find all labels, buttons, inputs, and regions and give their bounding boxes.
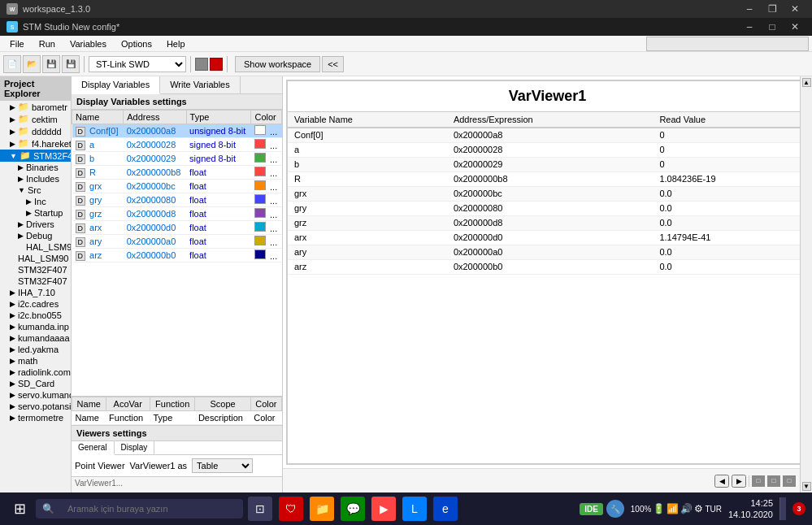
nav-right-btn[interactable]: ▶: [732, 475, 746, 488]
scroll-up-btn[interactable]: ▲: [802, 78, 811, 87]
sidebar-item-i2cbno[interactable]: ▶ i2c.bno055: [0, 310, 71, 321]
variable-row[interactable]: D gry 0x20000080 float ...: [72, 193, 282, 207]
viewer-btn2[interactable]: □: [767, 475, 780, 487]
var-type-cell: signed 8-bit: [186, 138, 251, 152]
settings-tab-general[interactable]: General: [72, 441, 115, 455]
viewer-varname: grz: [288, 215, 447, 230]
menu-run[interactable]: Run: [33, 37, 62, 50]
start-button[interactable]: ⊞: [7, 496, 33, 522]
taskbar-app-youtube[interactable]: ▶: [371, 497, 396, 521]
saveas-btn[interactable]: 💾: [62, 55, 80, 73]
close-btn[interactable]: ✕: [784, 18, 805, 36]
chevron-right-icon: ▶: [10, 414, 15, 422]
menu-file[interactable]: File: [3, 37, 31, 50]
sidebar-item-stm32f2[interactable]: STM32F407: [0, 276, 71, 287]
sidebar-item-hal2[interactable]: HAL_LSM90: [0, 253, 71, 264]
maximize-btn[interactable]: □: [762, 18, 783, 36]
sidebar-item-f4hareket[interactable]: ▶ 📁 f4.hareket: [0, 137, 71, 150]
project-icon: 📁: [20, 150, 31, 161]
sidebar-item-math[interactable]: ▶ math: [0, 355, 71, 367]
sidebar-item-inc[interactable]: ▶ Inc: [0, 196, 71, 207]
sidebar-item-binaries[interactable]: ▶ Binaries: [0, 162, 71, 173]
taskbar-app-malware[interactable]: 🛡: [279, 497, 303, 521]
workspace-minimize-btn[interactable]: –: [739, 0, 760, 18]
collapse-btn[interactable]: <<: [322, 56, 344, 72]
taskbar-search-container[interactable]: 🔍: [36, 499, 243, 518]
variable-row[interactable]: D arz 0x200000b0 float ...: [72, 249, 282, 262]
variable-row[interactable]: D Conf[0] 0x200000a8 unsigned 8-bit ...: [72, 124, 282, 138]
sidebar-item-barometr[interactable]: ▶ 📁 barometr: [0, 101, 71, 113]
sidebar-item-stm32f1[interactable]: STM32F407: [0, 264, 71, 276]
sidebar-item-stm32[interactable]: ▼ 📁 STM32F4DS: [0, 150, 71, 162]
chevron-right-icon: ▶: [10, 140, 15, 148]
menu-help[interactable]: Help: [160, 37, 192, 50]
sidebar-item-kumandaaaa[interactable]: ▶ kumandaaaa: [0, 332, 71, 344]
taskbar-app-edge[interactable]: e: [433, 497, 458, 521]
tab-write-variables[interactable]: Write Variables: [160, 76, 241, 93]
viewer-address: 0x200000d0: [447, 230, 654, 245]
sidebar-item-drivers[interactable]: ▶ Drivers: [0, 219, 71, 230]
sidebar-item-src[interactable]: ▼ Src: [0, 184, 71, 196]
sidebar-item-sdcard[interactable]: ▶ SD_Card: [0, 378, 71, 389]
record-btn[interactable]: [210, 58, 223, 71]
variable-row[interactable]: D arx 0x200000d0 float ...: [72, 221, 282, 235]
sidebar-item-startup[interactable]: ▶ Startup: [0, 207, 71, 219]
new-btn[interactable]: 📄: [3, 55, 21, 73]
sidebar-item-i2ccadres[interactable]: ▶ i2c.cadres: [0, 298, 71, 310]
sidebar-item-led[interactable]: ▶ led.yakma: [0, 344, 71, 355]
app-circle-icon[interactable]: 🔧: [606, 500, 624, 518]
sidebar-item-dddddd[interactable]: ▶ 📁 dddddd: [0, 125, 71, 137]
menu-options[interactable]: Options: [115, 37, 158, 50]
display-type-select[interactable]: Table Chart Histogram: [192, 458, 253, 473]
color-swatch: [254, 180, 266, 190]
save-btn[interactable]: 💾: [42, 55, 60, 73]
variable-table-container[interactable]: Name Address Type Color D Conf[0] 0x2000…: [72, 110, 282, 396]
stlink-dropdown[interactable]: ST-Link SWD: [89, 56, 186, 72]
workspace-restore-btn[interactable]: ❐: [762, 0, 783, 18]
sidebar-item-servopotansi[interactable]: ▶ servo.potansi: [0, 401, 71, 412]
project-icon: 📁: [18, 114, 29, 124]
ide-btn[interactable]: IDE: [580, 503, 603, 515]
sidebar-item-radiolink[interactable]: ▶ radiolink.com: [0, 367, 71, 378]
taskbar-app-linuxreader[interactable]: L: [402, 497, 427, 521]
scroll-down-btn[interactable]: ▼: [802, 482, 811, 491]
taskbar-search-input[interactable]: [58, 499, 237, 518]
settings-tab-display[interactable]: Display: [115, 441, 155, 454]
left-panel: Display Variables Write Variables Displa…: [72, 76, 283, 492]
workspace-close-btn[interactable]: ✕: [784, 0, 805, 18]
menu-variables[interactable]: Variables: [63, 37, 113, 50]
variable-row[interactable]: D R 0x2000000b8 float ...: [72, 166, 282, 180]
clock-date: 14.10.2020: [728, 509, 773, 520]
taskbar-app-chat[interactable]: 💬: [341, 497, 365, 521]
nav-left-btn[interactable]: ◀: [714, 475, 729, 488]
variable-row[interactable]: D ary 0x200000a0 float ...: [72, 235, 282, 249]
sidebar-item-hal1[interactable]: HAL_LSM9D: [0, 241, 71, 253]
sidebar-item-termometre[interactable]: ▶ termometre: [0, 412, 71, 423]
tab-display-variables[interactable]: Display Variables: [72, 76, 160, 94]
show-workspace-btn[interactable]: Show workspace: [235, 56, 320, 72]
taskview-icon: ⊡: [255, 502, 265, 515]
taskbar-taskview-btn[interactable]: ⊡: [248, 497, 272, 521]
sidebar-item-includes[interactable]: ▶ Includes: [0, 173, 71, 184]
variable-row[interactable]: D grz 0x200000d8 float ...: [72, 207, 282, 221]
sidebar-item-kumandainp[interactable]: ▶ kumanda.inp: [0, 321, 71, 332]
sidebar-item-debug[interactable]: ▶ Debug: [0, 230, 71, 241]
notification-area[interactable]: [779, 497, 786, 520]
viewer-btn1[interactable]: □: [752, 475, 765, 487]
sidebar-item-iha[interactable]: ▶ IHA_7.10: [0, 287, 71, 298]
minimize-btn[interactable]: –: [739, 18, 760, 36]
variable-row[interactable]: D grx 0x200000bc float ...: [72, 180, 282, 193]
taskbar-app-files[interactable]: 📁: [310, 497, 334, 521]
variable-row[interactable]: D b 0x20000029 signed 8-bit ...: [72, 152, 282, 166]
variable-row[interactable]: D a 0x20000028 signed 8-bit ...: [72, 138, 282, 152]
taskbar-clock[interactable]: 14:25 14.10.2020: [728, 497, 773, 521]
sidebar-item-servokumand[interactable]: ▶ servo.kumand: [0, 389, 71, 401]
viewer-btn3[interactable]: □: [783, 475, 796, 487]
viewer-readvalue: 0.0: [653, 215, 807, 230]
stop-btn[interactable]: [195, 58, 208, 71]
open-btn[interactable]: 📂: [23, 55, 41, 73]
sidebar-item-cektim[interactable]: ▶ 📁 cektim: [0, 113, 71, 125]
right-scrollbar[interactable]: ▲ ▼: [800, 76, 812, 492]
var-type-cell: float: [186, 166, 251, 180]
sidebar-header: Project Explorer: [0, 76, 71, 101]
